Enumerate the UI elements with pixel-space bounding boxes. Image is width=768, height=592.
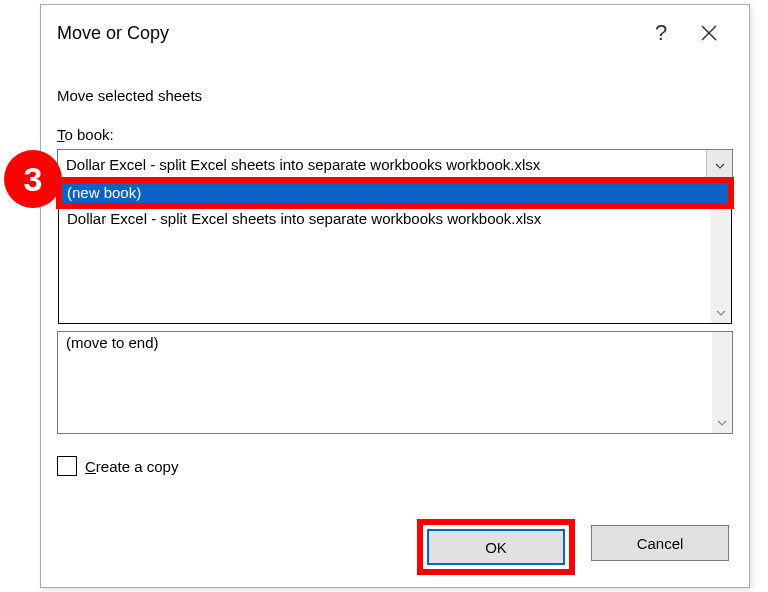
help-button[interactable]: ? — [637, 9, 685, 57]
help-icon: ? — [655, 20, 667, 46]
chevron-down-icon — [712, 413, 732, 433]
dropdown-item-new-book[interactable]: (new book) — [59, 180, 731, 206]
to-book-selected-text: Dollar Excel - split Excel sheets into s… — [58, 156, 706, 173]
create-copy-checkbox[interactable] — [57, 456, 77, 476]
cancel-button[interactable]: Cancel — [591, 525, 729, 561]
move-or-copy-dialog: Move or Copy ? Move selected sheets To b… — [40, 4, 750, 588]
create-copy-row: Create a copy — [57, 456, 733, 476]
dropdown-item-existing-workbook[interactable]: Dollar Excel - split Excel sheets into s… — [59, 206, 731, 232]
close-icon — [700, 18, 718, 49]
listbox-scrollbar[interactable] — [712, 332, 732, 433]
combo-dropdown-button[interactable] — [706, 150, 732, 178]
close-button[interactable] — [685, 9, 733, 57]
titlebar: Move or Copy ? — [41, 5, 749, 61]
to-book-label: To book: — [57, 126, 733, 143]
chevron-down-icon — [711, 303, 731, 323]
dialog-button-row: OK Cancel — [423, 525, 729, 569]
create-copy-label: Create a copy — [85, 458, 178, 475]
dialog-content: Move selected sheets To book: Dollar Exc… — [41, 61, 749, 484]
move-selected-label: Move selected sheets — [57, 87, 733, 104]
to-book-combobox[interactable]: Dollar Excel - split Excel sheets into s… — [57, 149, 733, 179]
ok-button[interactable]: OK — [427, 529, 565, 565]
ok-button-highlight: OK — [423, 525, 569, 569]
chevron-down-icon — [715, 156, 725, 172]
before-sheet-item-move-to-end[interactable]: (move to end) — [58, 332, 732, 353]
to-book-dropdown-list: (new book) Dollar Excel - split Excel sh… — [58, 179, 732, 324]
before-sheet-listbox[interactable]: (move to end) — [57, 331, 733, 434]
annotation-step-badge: 3 — [4, 150, 62, 208]
dialog-title: Move or Copy — [57, 23, 637, 44]
